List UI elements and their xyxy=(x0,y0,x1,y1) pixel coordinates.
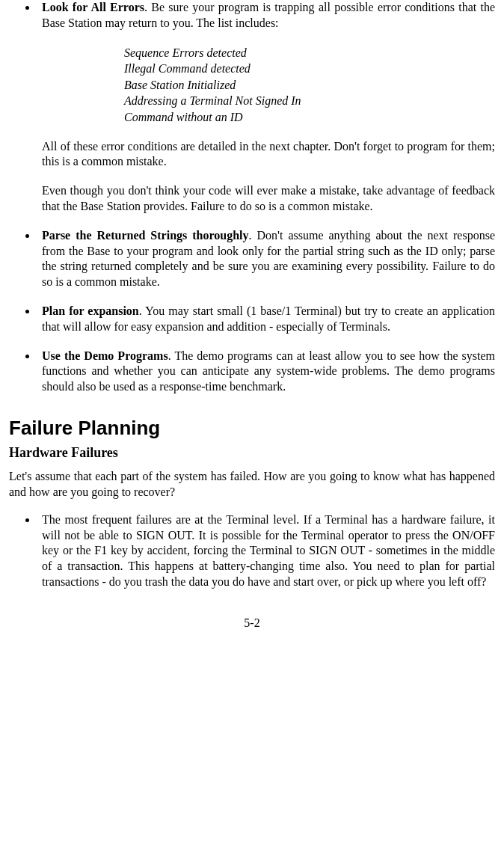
bullet-title: Look for All Errors xyxy=(42,1,144,13)
error-list: Sequence Errors detected Illegal Command… xyxy=(124,45,495,126)
bullet-use-demo: Use the Demo Programs. The demo programs… xyxy=(37,349,495,395)
bullet-look-for-errors: Look for All Errors. Be sure your progra… xyxy=(37,0,495,215)
subheading-hardware-failures: Hardware Failures xyxy=(9,444,495,462)
intro-paragraph: Let's assume that each part of the syste… xyxy=(9,469,495,500)
page-number: 5-2 xyxy=(9,616,495,631)
error-item: Illegal Command detected xyxy=(124,61,495,77)
error-item: Base Station Initialized xyxy=(124,77,495,94)
section-heading-failure-planning: Failure Planning xyxy=(9,416,495,441)
error-item: Sequence Errors detected xyxy=(124,45,495,61)
bullet-title: Plan for expansion xyxy=(42,304,139,317)
error-item: Addressing a Terminal Not Signed In xyxy=(124,93,495,109)
error-item: Command without an ID xyxy=(124,109,495,126)
sub-paragraph: Even though you don't think your code wi… xyxy=(42,183,495,215)
top-bullet-list: Look for All Errors. Be sure your progra… xyxy=(9,0,495,395)
bullet-parse-strings: Parse the Returned Strings thoroughly. D… xyxy=(37,228,495,290)
bullet-plan-expansion: Plan for expansion. You may start small … xyxy=(37,304,495,335)
bullet-title: Use the Demo Programs xyxy=(42,349,168,362)
failure-bullet-list: The most frequent failures are at the Te… xyxy=(9,512,495,590)
bullet-terminal-failures: The most frequent failures are at the Te… xyxy=(37,512,495,590)
sub-paragraph: All of these error conditions are detail… xyxy=(42,139,495,171)
bullet-title: Parse the Returned Strings thoroughly xyxy=(42,229,249,242)
